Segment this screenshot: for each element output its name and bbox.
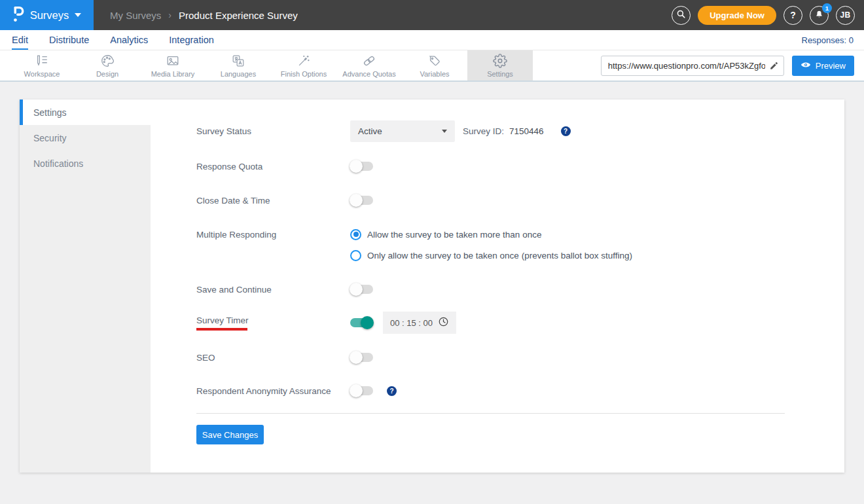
- survey-url-input[interactable]: [601, 56, 784, 76]
- avatar[interactable]: JB: [836, 6, 855, 25]
- response-quota-label: Response Quota: [196, 162, 350, 171]
- avatar-initials: JB: [840, 10, 851, 20]
- toolbar-item-variables[interactable]: Variables: [402, 50, 467, 81]
- row-multiple-responding: Multiple Responding Allow the survey to …: [196, 228, 541, 241]
- survey-timer-label-wrap: Survey Timer: [196, 315, 350, 331]
- survey-status-dropdown[interactable]: Active: [350, 120, 455, 142]
- breadcrumb-separator: ›: [168, 10, 171, 20]
- toolbar-right: Preview: [601, 50, 864, 81]
- survey-id-group: Survey ID: 7150446: [463, 126, 544, 136]
- row-survey-timer: Survey Timer 00 : 15 : 00: [196, 312, 456, 334]
- toolbar-item-settings[interactable]: Settings: [467, 50, 533, 81]
- advance-quotas-icon: [362, 54, 376, 68]
- clock-icon: [438, 316, 449, 329]
- header-actions: Upgrade Now ? 1 JB: [672, 6, 864, 25]
- survey-tabs: Edit Distribute Analytics Integration: [12, 30, 214, 50]
- survey-url-wrap: [601, 56, 784, 76]
- save-continue-label: Save and Continue: [196, 285, 350, 295]
- settings-icon: [493, 54, 507, 68]
- responses-count: Responses: 0: [802, 35, 854, 45]
- tab-edit[interactable]: Edit: [12, 30, 28, 50]
- settings-content: Survey Status Active Survey ID: 7150446 …: [151, 99, 844, 473]
- anonymity-help-icon[interactable]: ?: [387, 386, 397, 396]
- close-date-label: Close Date & Time: [196, 196, 350, 206]
- notifications-button[interactable]: 1: [810, 6, 829, 25]
- toolbar-item-media-library[interactable]: Media Library: [140, 50, 206, 81]
- row-survey-status: Survey Status Active Survey ID: 7150446 …: [196, 120, 571, 142]
- anonymity-toggle[interactable]: [350, 386, 373, 395]
- seo-toggle[interactable]: [350, 353, 373, 362]
- variables-icon: [427, 54, 442, 68]
- product-switcher[interactable]: Surveys: [0, 0, 94, 30]
- radio-allow-once-label[interactable]: Only allow the survey to be taken once (…: [367, 251, 632, 261]
- upgrade-now-button[interactable]: Upgrade Now: [698, 6, 776, 25]
- finish-options-icon: [297, 54, 311, 68]
- toolbar-item-finish-options[interactable]: Finish Options: [271, 50, 336, 81]
- media-library-icon: [166, 54, 180, 68]
- tab-integration[interactable]: Integration: [169, 30, 214, 50]
- survey-status-label: Survey Status: [196, 126, 350, 136]
- response-quota-toggle[interactable]: [350, 162, 373, 171]
- search-icon: [676, 9, 686, 21]
- survey-nav: Edit Distribute Analytics Integration Re…: [0, 30, 864, 50]
- survey-timer-toggle[interactable]: [350, 318, 373, 327]
- questionpro-logo-icon: [12, 6, 24, 25]
- tab-distribute[interactable]: Distribute: [49, 30, 89, 50]
- edit-toolbar: Workspace Design Media Library: [0, 50, 864, 82]
- product-name: Surveys: [30, 9, 69, 22]
- save-changes-button[interactable]: Save Changes: [196, 425, 264, 444]
- multiple-responding-label: Multiple Responding: [196, 230, 350, 240]
- notification-badge: 1: [822, 3, 832, 13]
- languages-icon: [231, 54, 245, 68]
- top-header: Surveys My Surveys › Product Experience …: [0, 0, 864, 30]
- settings-card: Settings Security Notifications Survey S…: [20, 99, 844, 473]
- chevron-down-icon: [442, 130, 447, 133]
- eye-icon: [801, 61, 811, 71]
- help-button[interactable]: ?: [783, 6, 802, 25]
- seo-label: SEO: [196, 353, 350, 363]
- save-continue-toggle[interactable]: [350, 285, 373, 294]
- survey-timer-label: Survey Timer: [196, 315, 350, 325]
- preview-button[interactable]: Preview: [792, 56, 854, 76]
- row-anonymity: Respondent Anonymity Assurance ?: [196, 384, 397, 397]
- row-save-continue: Save and Continue: [196, 283, 373, 296]
- sidebar-item-security[interactable]: Security: [20, 125, 151, 151]
- survey-timer-red-underline: [196, 328, 247, 331]
- toolbar-item-workspace[interactable]: Workspace: [9, 50, 75, 81]
- survey-status-value: Active: [358, 126, 382, 136]
- sidebar-item-settings[interactable]: Settings: [20, 99, 151, 125]
- radio-allow-multiple[interactable]: [350, 229, 361, 240]
- questionpro-app: Surveys My Surveys › Product Experience …: [0, 0, 864, 504]
- survey-id-value: 7150446: [509, 126, 544, 136]
- survey-id-help-icon[interactable]: ?: [561, 126, 571, 136]
- design-icon: [100, 54, 115, 68]
- settings-sidebar: Settings Security Notifications: [20, 99, 151, 473]
- search-button[interactable]: [672, 6, 691, 25]
- toolbar-item-design[interactable]: Design: [75, 50, 140, 81]
- form-divider: [196, 413, 785, 414]
- toolbar-item-advance-quotas[interactable]: Advance Quotas: [336, 50, 402, 81]
- survey-timer-value: 00 : 15 : 00: [390, 318, 433, 328]
- anonymity-label: Respondent Anonymity Assurance: [196, 386, 350, 396]
- page-title: Product Experience Survey: [179, 10, 298, 21]
- row-seo: SEO: [196, 351, 373, 364]
- row-allow-once: Only allow the survey to be taken once (…: [350, 249, 632, 262]
- survey-id-label: Survey ID:: [463, 126, 504, 136]
- sidebar-item-notifications[interactable]: Notifications: [20, 151, 151, 176]
- chevron-down-icon: [75, 13, 81, 17]
- edit-url-pencil-icon[interactable]: [769, 60, 780, 73]
- radio-allow-multiple-label[interactable]: Allow the survey to be taken more than o…: [367, 230, 541, 240]
- close-date-toggle[interactable]: [350, 196, 373, 205]
- row-response-quota: Response Quota: [196, 160, 373, 173]
- survey-timer-input[interactable]: 00 : 15 : 00: [383, 312, 456, 334]
- radio-allow-once[interactable]: [350, 250, 361, 261]
- toolbar-item-languages[interactable]: Languages: [206, 50, 271, 81]
- breadcrumb-my-surveys[interactable]: My Surveys: [110, 10, 161, 21]
- workspace-icon: [35, 54, 49, 68]
- row-close-date: Close Date & Time: [196, 194, 373, 207]
- tab-analytics[interactable]: Analytics: [110, 30, 148, 50]
- breadcrumb: My Surveys › Product Experience Survey: [110, 10, 298, 21]
